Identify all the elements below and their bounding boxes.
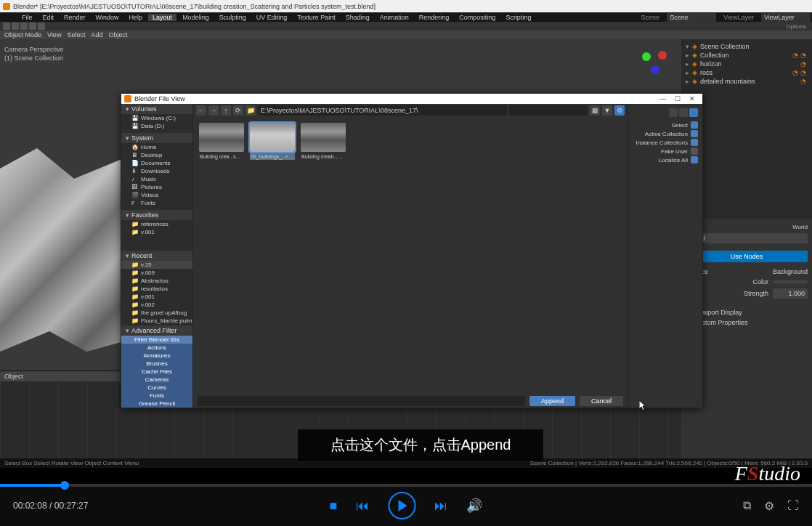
tab-uv[interactable]: UV Editing — [252, 14, 292, 21]
nav-gizmo[interactable] — [638, 46, 674, 83]
system-item[interactable]: 📄Documents — [121, 159, 192, 167]
outliner[interactable]: ▾◈Scene Collection ▸◈Collection◔ ◔ ▸◈hor… — [681, 39, 812, 89]
filter-cat[interactable]: Brushes — [121, 360, 192, 368]
select-checkbox[interactable] — [691, 121, 698, 129]
menu-window[interactable]: Window — [92, 14, 123, 21]
new-folder-icon[interactable]: 📁 — [245, 105, 256, 116]
recent-item[interactable]: 📁Abstractos — [121, 277, 192, 285]
system-item[interactable]: 🖼Pictures — [121, 183, 192, 191]
search-input[interactable] — [509, 105, 588, 116]
menu-render[interactable]: Render — [60, 14, 90, 21]
window-maximize-icon[interactable]: ☐ — [670, 95, 685, 102]
scale-tool-icon[interactable] — [38, 23, 45, 30]
select-menu[interactable]: Select — [67, 31, 85, 39]
layer-input[interactable] — [761, 13, 811, 22]
use-nodes-button[interactable]: Use Nodes — [686, 251, 808, 262]
gear-icon[interactable] — [689, 108, 698, 117]
recent-item[interactable]: 📁v.002 — [121, 301, 192, 309]
volume-item[interactable]: 💾Windows (C:) — [121, 114, 192, 122]
volumes-header[interactable]: Volumes — [121, 104, 192, 114]
strength-value[interactable]: 1.000 — [773, 288, 808, 299]
favorite-item[interactable]: 📁references — [121, 220, 192, 228]
nav-up-icon[interactable]: ↑ — [221, 105, 231, 116]
favorites-header[interactable]: Favorites — [121, 210, 192, 220]
scene-input[interactable] — [667, 13, 716, 22]
filter-cat[interactable]: Cameras — [121, 376, 192, 384]
filter-cat[interactable]: Cache Files — [121, 368, 192, 376]
recent-item[interactable]: 📁Floors_Marble pulm2ml — [121, 317, 192, 325]
recent-header[interactable]: Recent — [121, 251, 192, 261]
tab-layout[interactable]: Layout — [148, 14, 176, 21]
app-menu-icon[interactable] — [1, 15, 16, 20]
pip-icon[interactable]: ⧉ — [743, 499, 751, 512]
color-swatch[interactable] — [773, 280, 808, 283]
axis-y-icon[interactable] — [642, 52, 651, 61]
select-tool-icon[interactable] — [12, 23, 19, 30]
fullscreen-icon[interactable]: ⛶ — [787, 499, 799, 512]
tab-anim[interactable]: Animation — [375, 14, 413, 21]
viewport-display-panel[interactable]: ▸ Viewport Display — [686, 307, 808, 317]
filter-cat[interactable]: Armatures — [121, 352, 192, 360]
filename-input[interactable] — [198, 396, 525, 406]
filter-cat[interactable]: Actions — [121, 344, 192, 352]
tab-compositing[interactable]: Compositing — [455, 14, 500, 21]
active-collection-checkbox[interactable] — [691, 130, 698, 137]
cancel-button[interactable]: Cancel — [580, 396, 623, 406]
tab-scripting[interactable]: Scripting — [501, 14, 535, 21]
system-item[interactable]: FFonts — [121, 199, 192, 207]
window-close-icon[interactable]: ✕ — [685, 95, 699, 102]
recent-item[interactable]: 📁v.009 — [121, 269, 192, 277]
world-datablock[interactable]: World — [686, 233, 808, 243]
progress-track[interactable] — [0, 484, 812, 487]
instance-checkbox[interactable] — [691, 139, 698, 146]
play-button[interactable] — [388, 492, 415, 519]
system-item[interactable]: 🏠Home — [121, 143, 192, 151]
filter-cat[interactable]: Curves — [121, 384, 192, 392]
recent-item[interactable]: 📁the gruel upAfbug — [121, 309, 192, 317]
surface-value[interactable]: Background — [773, 268, 808, 275]
recent-item[interactable]: 📁resultados — [121, 285, 192, 293]
file-thumb[interactable]: 06_buildings_...result.blend — [250, 123, 295, 160]
file-thumb[interactable]: Building crea...system.blend — [199, 123, 244, 160]
fakeuser-checkbox[interactable] — [691, 147, 698, 155]
menu-help[interactable]: Help — [125, 14, 147, 21]
recent-item[interactable]: 📁v.15 — [121, 261, 192, 269]
stop-button[interactable]: ■ — [330, 498, 338, 514]
favorite-item[interactable]: 📁v.001 — [121, 228, 192, 236]
nav-back-icon[interactable]: ← — [196, 105, 206, 116]
append-button[interactable]: Append — [529, 396, 575, 406]
path-input[interactable] — [258, 105, 507, 116]
options-dropdown[interactable]: Options — [786, 23, 809, 30]
volume-item[interactable]: 💾Data (D:) — [121, 122, 192, 130]
window-minimize-icon[interactable]: — — [655, 95, 670, 102]
filter-ids-header[interactable]: Filter Blender IDs — [121, 336, 192, 344]
tab-rendering[interactable]: Rendering — [415, 14, 454, 21]
settings-icon[interactable]: ⚙ — [764, 499, 774, 513]
nav-forward-icon[interactable]: → — [208, 105, 219, 116]
next-button[interactable]: ⏭ — [434, 498, 447, 514]
axis-x-icon[interactable] — [658, 51, 667, 60]
filter-icon[interactable]: ▼ — [602, 105, 612, 116]
prev-button[interactable]: ⏮ — [356, 498, 369, 514]
system-item[interactable]: 🎬Videos — [121, 191, 192, 199]
tab-texpaint[interactable]: Texture Paint — [293, 14, 340, 21]
localize-checkbox[interactable] — [691, 156, 698, 163]
mode-selector[interactable]: Object Mode — [4, 31, 41, 39]
volume-button[interactable]: 🔊 — [466, 498, 482, 514]
rotate-tool-icon[interactable] — [29, 23, 36, 30]
tab-shading[interactable]: Shading — [341, 14, 374, 21]
menu-file[interactable]: File — [17, 14, 37, 21]
menu-edit[interactable]: Edit — [38, 14, 59, 21]
recent-item[interactable]: 📁v.001 — [121, 293, 192, 301]
system-item[interactable]: ♪Music — [121, 175, 192, 183]
cursor-tool-icon[interactable] — [3, 23, 10, 30]
object-menu[interactable]: Object — [108, 31, 127, 39]
file-thumb[interactable]: Building creati...m_test.blend — [301, 123, 346, 160]
display-mode-icon[interactable]: ▦ — [590, 105, 600, 116]
add-menu[interactable]: Add — [91, 31, 102, 39]
system-item[interactable]: ⬇Downloads — [121, 167, 192, 175]
system-item[interactable]: 🖥Desktop — [121, 151, 192, 159]
tab-sculpting[interactable]: Sculpting — [215, 14, 251, 21]
display-opt-icon[interactable] — [669, 108, 678, 117]
nav-refresh-icon[interactable]: ⟳ — [233, 105, 243, 116]
